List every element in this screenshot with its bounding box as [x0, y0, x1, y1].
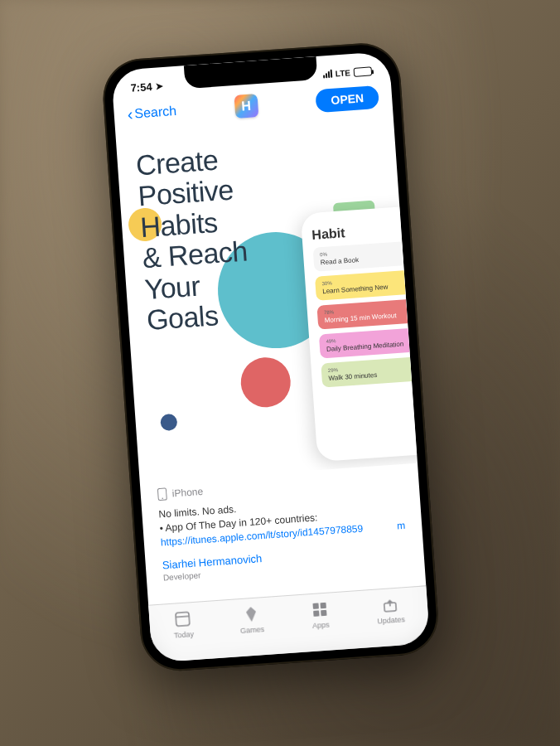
today-icon — [172, 609, 193, 629]
open-button[interactable]: OPEN — [316, 85, 379, 113]
svg-point-1 — [162, 497, 163, 499]
svg-rect-6 — [313, 610, 319, 616]
tab-games[interactable]: Games — [239, 604, 264, 635]
svg-rect-5 — [320, 603, 326, 608]
apps-icon — [309, 600, 330, 620]
back-label: Search — [134, 104, 177, 121]
phone-frame: 7:54 ➤ LTE ‹ Search H OPEN — [100, 41, 441, 673]
back-button[interactable]: ‹ Search — [127, 103, 177, 123]
app-icon[interactable]: H — [234, 94, 258, 119]
svg-line-3 — [176, 616, 189, 617]
status-time: 7:54 — [130, 80, 152, 94]
mock-habit-item: 29% Walk 30 minutes — [321, 356, 418, 388]
tab-label: Apps — [312, 621, 330, 630]
svg-rect-2 — [176, 612, 190, 626]
more-link[interactable]: m — [397, 519, 406, 533]
tab-bar: Today Games Apps Updates — [148, 585, 430, 662]
tab-updates[interactable]: Updates — [375, 594, 405, 625]
decor-circle — [239, 356, 292, 409]
tab-today[interactable]: Today — [172, 609, 194, 640]
chevron-left-icon: ‹ — [127, 106, 133, 123]
iphone-icon — [157, 487, 167, 501]
promo-headline: Create Positive Habits & Reach Your Goal… — [135, 133, 391, 336]
svg-rect-4 — [312, 603, 318, 608]
network-label: LTE — [335, 68, 350, 78]
location-icon: ➤ — [155, 80, 163, 92]
tab-label: Updates — [377, 615, 405, 625]
tab-label: Games — [240, 625, 265, 635]
updates-icon — [379, 595, 400, 615]
platform-label: iPhone — [171, 486, 203, 500]
tab-apps[interactable]: Apps — [309, 600, 331, 631]
mock-habit-item: 49% Daily Breathing Meditation — [319, 327, 418, 359]
tab-label: Today — [174, 630, 195, 640]
app-icon-letter: H — [241, 99, 252, 114]
battery-icon — [354, 66, 373, 77]
signal-icon — [322, 70, 332, 79]
games-icon — [241, 604, 262, 624]
screen: 7:54 ➤ LTE ‹ Search H OPEN — [111, 51, 430, 663]
decor-circle — [160, 414, 177, 431]
check-icon: ✓ — [410, 306, 418, 316]
promo-card[interactable]: Create Positive Habits & Reach Your Goal… — [116, 116, 418, 482]
svg-rect-7 — [321, 610, 326, 616]
